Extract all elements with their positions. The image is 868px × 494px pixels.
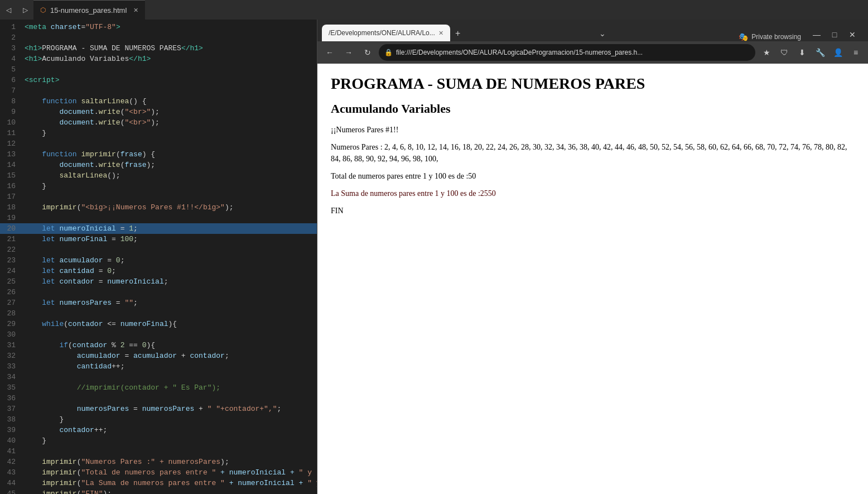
code-line: 35 //imprimir(contador + " Es Par"); [0, 382, 317, 393]
line-number: 27 [0, 298, 22, 308]
code-line: 33 cantidad++; [0, 361, 317, 372]
code-line: 37 numerosPares = numerosPares + " "+con… [0, 404, 317, 414]
line-content [22, 191, 317, 202]
line-number: 24 [0, 266, 22, 276]
code-line: 38 } [0, 414, 317, 425]
line-number: 32 [0, 351, 22, 361]
toolbar-icons: ★ 🛡 ⬇ 🔧 👤 ≡ [759, 45, 864, 60]
profile-button[interactable]: 👤 [830, 45, 846, 60]
editor-prev-arrow[interactable]: ◁ [0, 0, 17, 20]
line-content: } [22, 414, 317, 425]
back-button[interactable]: ← [322, 45, 337, 60]
refresh-button[interactable]: ↻ [360, 45, 375, 60]
private-icon: 🎭 [739, 32, 748, 41]
line-number: 14 [0, 160, 22, 170]
line-number: 15 [0, 170, 22, 181]
line-number: 38 [0, 414, 22, 425]
code-line: 9 document.write("<br>"); [0, 107, 317, 117]
output-line-1: ¡¡Numeros Pares #1!! [331, 124, 855, 136]
output-line-3: Total de numeros pares entre 1 y 100 es … [331, 170, 855, 182]
code-line: 25 let contador = numeroInicial; [0, 276, 317, 287]
line-number: 37 [0, 404, 22, 414]
line-content: imprimir("FIN"); [22, 488, 317, 494]
editor-tab[interactable]: ⬡ 15-numeros_pares.html ✕ [33, 0, 145, 20]
line-number: 19 [0, 213, 22, 223]
line-content: function saltarLinea() { [22, 96, 317, 107]
line-content: let numeroInicial = 1; [22, 223, 317, 234]
line-number: 8 [0, 96, 22, 107]
code-line: 11 } [0, 128, 317, 138]
close-window-button[interactable]: ✕ [846, 28, 859, 41]
line-number: 13 [0, 149, 22, 160]
line-number: 23 [0, 255, 22, 266]
code-line: 10 document.write("<br>"); [0, 117, 317, 128]
line-content: document.write("<br>"); [22, 117, 317, 128]
address-bar[interactable]: 🔒 file:///E/Developments/ONE/ALURA/Logic… [379, 44, 755, 61]
editor-tab-close[interactable]: ✕ [133, 7, 138, 14]
code-line: 19 [0, 213, 317, 223]
line-content: imprimir("Total de numeros pares entre "… [22, 467, 317, 478]
main-layout: 1<meta charset="UTF-8">2 3<h1>PROGRAMA -… [0, 20, 868, 494]
line-content: document.write("<br>"); [22, 107, 317, 117]
code-line: 5 [0, 64, 317, 75]
download-button[interactable]: ⬇ [794, 45, 810, 60]
line-number: 33 [0, 361, 22, 372]
code-line: 26 [0, 287, 317, 298]
line-number: 22 [0, 244, 22, 255]
new-tab-button[interactable]: + [450, 26, 466, 41]
wrench-button[interactable]: 🔧 [812, 45, 828, 60]
browser-pane: /E/Developments/ONE/ALURA/Lo... ✕ + ⌄ 🎭 … [317, 20, 868, 494]
bookmark-button[interactable]: ★ [759, 45, 774, 60]
code-line: 32 acumulador = acumulador + contador; [0, 351, 317, 361]
code-line: 1<meta charset="UTF-8"> [0, 22, 317, 32]
code-line: 43 imprimir("Total de numeros pares entr… [0, 467, 317, 478]
line-number: 44 [0, 478, 22, 488]
line-number: 7 [0, 85, 22, 96]
line-content: } [22, 128, 317, 138]
code-line: 3<h1>PROGRAMA - SUMA DE NUMEROS PARES</h… [0, 43, 317, 54]
private-browsing-badge: 🎭 Private browsing [739, 32, 806, 41]
private-browsing-label: Private browsing [751, 33, 801, 41]
shield-button[interactable]: 🛡 [777, 45, 792, 60]
minimize-button[interactable]: — [810, 28, 823, 41]
code-line: 27 let numerosPares = ""; [0, 298, 317, 308]
code-line: 17 [0, 191, 317, 202]
code-line: 44 imprimir("La Suma de numeros pares en… [0, 478, 317, 488]
code-line: 12 [0, 138, 317, 149]
line-content: imprimir("La Suma de numeros pares entre… [22, 478, 317, 488]
code-line: 45 imprimir("FIN"); [0, 488, 317, 494]
line-number: 40 [0, 435, 22, 446]
line-number: 36 [0, 393, 22, 404]
tab-menu-button[interactable]: ⌄ [595, 26, 610, 41]
line-content: acumulador = acumulador + contador; [22, 351, 317, 361]
line-number: 45 [0, 488, 22, 494]
line-number: 6 [0, 75, 22, 85]
code-line: 21 let numeroFinal = 100; [0, 234, 317, 244]
editor-tab-bar: ◁ ▷ ⬡ 15-numeros_pares.html ✕ [0, 0, 868, 20]
line-number: 20 [0, 223, 22, 234]
line-number: 4 [0, 54, 22, 64]
line-number: 12 [0, 138, 22, 149]
line-content: imprimir("Numeros Pares :" + numerosPare… [22, 457, 317, 467]
code-line: 39 contador++; [0, 425, 317, 435]
output-line-4: La Suma de numeros pares entre 1 y 100 e… [331, 188, 855, 199]
browser-tab-active[interactable]: /E/Developments/ONE/ALURA/Lo... ✕ [322, 25, 450, 41]
line-number: 43 [0, 467, 22, 478]
code-editor[interactable]: 1<meta charset="UTF-8">2 3<h1>PROGRAMA -… [0, 20, 317, 494]
line-content: numerosPares = numerosPares + " "+contad… [22, 404, 317, 414]
html-file-icon: ⬡ [40, 6, 46, 14]
line-number: 3 [0, 43, 22, 54]
code-line: 15 saltarLinea(); [0, 170, 317, 181]
line-number: 35 [0, 382, 22, 393]
line-number: 42 [0, 457, 22, 467]
line-content: saltarLinea(); [22, 170, 317, 181]
forward-button[interactable]: → [341, 45, 356, 60]
maximize-button[interactable]: □ [828, 28, 841, 41]
menu-button[interactable]: ≡ [848, 45, 864, 60]
line-content: //imprimir(contador + " Es Par"); [22, 382, 317, 393]
line-content: <meta charset="UTF-8"> [22, 22, 317, 32]
browser-tab-close[interactable]: ✕ [438, 30, 443, 37]
editor-next-arrow[interactable]: ▷ [17, 0, 33, 20]
line-content [22, 244, 317, 255]
line-content: let acumulador = 0; [22, 255, 317, 266]
